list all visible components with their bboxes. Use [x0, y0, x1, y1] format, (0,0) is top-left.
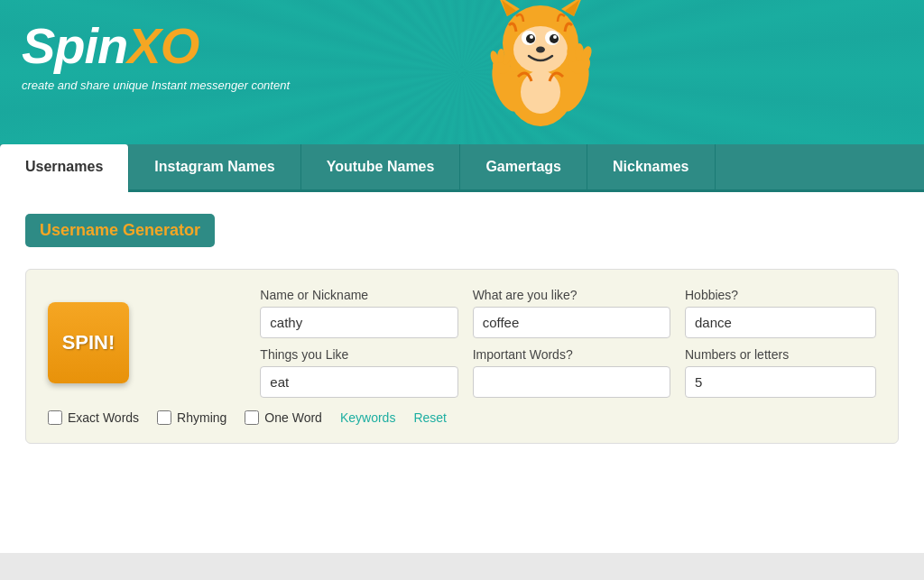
svg-point-13	[536, 47, 545, 53]
svg-point-12	[553, 35, 557, 39]
important-input[interactable]	[473, 366, 670, 398]
one-word-label: One Word	[264, 410, 322, 425]
tab-gamertags[interactable]: Gamertags	[460, 144, 587, 189]
logo-text: SpinXO	[22, 16, 902, 75]
svg-point-24	[521, 70, 560, 114]
spin-button[interactable]: SPIN!	[48, 302, 129, 383]
rhyming-label: Rhyming	[177, 410, 226, 425]
important-label: Important Words?	[473, 347, 670, 362]
name-group: Name or Nickname	[260, 288, 457, 338]
exact-words-label: Exact Words	[68, 410, 139, 425]
like-input[interactable]	[473, 307, 670, 338]
numbers-label: Numbers or letters	[685, 347, 876, 362]
tab-nicknames[interactable]: Nicknames	[587, 144, 716, 189]
tagline: create and share unique Instant messenge…	[22, 78, 902, 92]
tab-usernames[interactable]: Usernames	[0, 144, 129, 192]
svg-point-11	[530, 35, 533, 39]
things-input[interactable]	[260, 366, 457, 398]
things-label: Things you Like	[260, 347, 457, 362]
hobbies-group: Hobbies?	[685, 288, 876, 338]
form-area: Name or Nickname What are you like? Hobb…	[25, 269, 899, 444]
name-label: Name or Nickname	[260, 288, 457, 302]
logo-spin: Spin	[22, 17, 127, 74]
one-word-checkbox-label[interactable]: One Word	[245, 410, 322, 425]
exact-words-checkbox[interactable]	[48, 410, 62, 425]
one-word-checkbox[interactable]	[245, 410, 259, 425]
exact-words-checkbox-label[interactable]: Exact Words	[48, 410, 139, 425]
hobbies-input[interactable]	[685, 307, 876, 338]
reset-link[interactable]: Reset	[413, 410, 447, 425]
numbers-input[interactable]	[685, 366, 876, 398]
things-group: Things you Like	[260, 347, 457, 398]
options-row: Exact Words Rhyming One Word Keywords Re…	[48, 410, 876, 425]
tab-youtube[interactable]: Youtube Names	[301, 144, 461, 189]
tab-bar: Usernames Instagram Names Youtube Names …	[0, 144, 924, 192]
tab-instagram[interactable]: Instagram Names	[129, 144, 300, 189]
hobbies-label: Hobbies?	[685, 288, 876, 302]
like-label: What are you like?	[473, 288, 670, 302]
mascot	[482, 0, 599, 126]
rhyming-checkbox[interactable]	[157, 410, 171, 425]
main-content: Username Generator Name or Nickname What…	[0, 192, 924, 553]
header: SpinXO create and share unique Instant m…	[0, 0, 924, 144]
rhyming-checkbox-label[interactable]: Rhyming	[157, 410, 226, 425]
form-grid: Name or Nickname What are you like? Hobb…	[48, 288, 876, 398]
logo-xo: XO	[127, 17, 199, 74]
keywords-link[interactable]: Keywords	[340, 410, 395, 425]
logo: SpinXO create and share unique Instant m…	[22, 16, 902, 92]
name-input[interactable]	[260, 307, 457, 338]
section-title: Username Generator	[25, 214, 215, 247]
important-group: Important Words?	[473, 347, 670, 398]
numbers-group: Numbers or letters	[685, 347, 876, 398]
like-group: What are you like?	[473, 288, 670, 338]
